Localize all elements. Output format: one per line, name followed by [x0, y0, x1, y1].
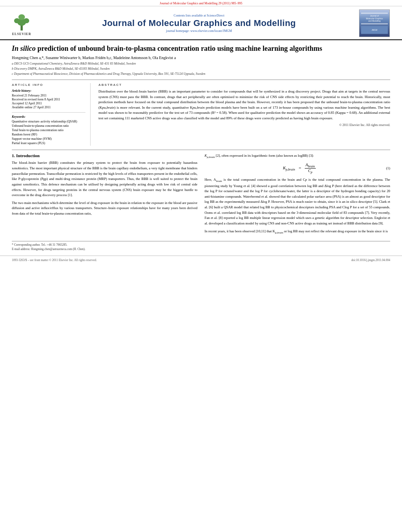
article-info-heading: ARTICLE INFO	[12, 83, 85, 87]
abstract-column: ABSTRACT Distribution over the blood–bra…	[98, 83, 390, 146]
keyword-2: Unbound brain-to-plasma concentration ra…	[12, 124, 85, 128]
keywords-section: Keywords: Quantitative structure–activit…	[12, 112, 85, 145]
elsevier-text: ELSEVIER	[12, 32, 31, 36]
section1-title: 1. Introduction	[12, 153, 198, 158]
received-date: Received 21 February 2011	[12, 94, 85, 97]
keyword-3: Total brain-to-plasma concentration rati…	[12, 128, 85, 132]
article-info-column: ARTICLE INFO Article history: Received 2…	[12, 83, 91, 146]
article-info-abstract: ARTICLE INFO Article history: Received 2…	[12, 80, 390, 146]
sciencedirect-label: Contents lists available at ScienceDirec…	[39, 14, 359, 17]
page-footer: 1093-3263/$ – see front matter © 2011 El…	[0, 256, 402, 264]
authors-line: Hongming Chen a,*, Susanne Winiwarter b,…	[12, 56, 390, 60]
header-center: Contents lists available at ScienceDirec…	[39, 14, 359, 33]
abstract-heading: ABSTRACT	[98, 83, 390, 87]
footer-doi: doi:10.1016/j.jmgm.2011.04.004	[351, 258, 390, 262]
keyword-1: Quantitative structure–activity relation…	[12, 120, 85, 123]
keyword-4: Random forest (RF)	[12, 133, 85, 136]
received-revised-date: Received in revised form 8 April 2011	[12, 98, 85, 101]
cover-image: Journal ofMolecular Graphicsand Modellin…	[359, 9, 390, 37]
body-left-col: 1. Introduction The blood–brain barrier …	[12, 153, 198, 237]
journal-homepage: journal homepage: www.elsevier.com/locat…	[39, 29, 359, 33]
svg-point-3	[24, 18, 30, 23]
formula-content: Kp,brain = Abrain Cp	[213, 163, 386, 174]
svg-rect-0	[20, 25, 23, 31]
footnote-corresponding: * Corresponding author. Tel.: +46 31 706…	[12, 243, 390, 247]
journal-title: Journal of Molecular Graphics and Modell…	[39, 18, 359, 28]
journal-cover: Journal ofMolecular Graphicsand Modellin…	[359, 9, 390, 37]
svg-point-4	[19, 14, 25, 20]
section1-para1: The blood–brain barrier (BBB) constitute…	[12, 160, 198, 198]
page-footnotes: * Corresponding author. Tel.: +46 31 706…	[12, 241, 390, 251]
main-content: In silico prediction of unbound brain-to…	[0, 40, 402, 256]
keywords-title: Keywords:	[12, 115, 85, 119]
copyright-line: © 2011 Elsevier Inc. All rights reserved…	[98, 123, 390, 127]
affiliation-a: a DECS GCS Computational Chemistry, Astr…	[12, 61, 390, 66]
section1-para2: The two main mechanisms which determine …	[12, 200, 198, 217]
formula-number: (1)	[386, 166, 391, 170]
journal-top-bar: Journal of Molecular Graphics and Modell…	[0, 0, 402, 6]
right-col-para2: Here, Abrain is the total compound conce…	[205, 177, 391, 226]
svg-point-2	[14, 18, 20, 23]
keyword-6: Partial least squares (PLS)	[12, 141, 85, 145]
body-right-col: Kp,brain [2], often expressed in its log…	[205, 153, 391, 237]
formula-fraction: Abrain Cp	[305, 163, 315, 174]
journal-citation: Journal of Molecular Graphics and Modell…	[160, 2, 243, 5]
available-date: Available online 27 April 2011	[12, 106, 85, 109]
article-history-title: Article history:	[12, 89, 85, 93]
page-header: ELSEVIER Contents lists available at Sci…	[0, 6, 402, 40]
title-italic-part: In silico	[12, 44, 36, 52]
elsevier-logo: ELSEVIER	[4, 11, 39, 36]
section-divider	[12, 150, 390, 150]
formula-block: Kp,brain = Abrain Cp (1)	[205, 163, 391, 174]
affiliation-c: c Department of Pharmaceutical Bioscienc…	[12, 72, 390, 76]
keyword-5: Support vector machine (SVM)	[12, 137, 85, 141]
right-col-para3: In recent years, it has been observed [1…	[205, 229, 391, 235]
affiliation-b: b Discovery DMPK, AstraZeneca R&D Mölnda…	[12, 67, 390, 71]
body-text-area: 1. Introduction The blood–brain barrier …	[12, 153, 390, 237]
footnote-email: E-mail address: Hongming.chen@astrazenec…	[12, 247, 390, 251]
right-col-text1: Kp,brain [2], often expressed in its log…	[205, 153, 391, 159]
title-main-text: prediction of unbound brain-to-plasma co…	[36, 44, 322, 52]
footer-issn: 1093-3263/$ – see front matter © 2011 El…	[12, 258, 97, 262]
article-title: In silico prediction of unbound brain-to…	[12, 44, 390, 53]
accepted-date: Accepted 12 April 2011	[12, 102, 85, 105]
abstract-text: Distribution over the blood–brain barrie…	[98, 89, 390, 121]
affiliations: a DECS GCS Computational Chemistry, Astr…	[12, 61, 390, 76]
